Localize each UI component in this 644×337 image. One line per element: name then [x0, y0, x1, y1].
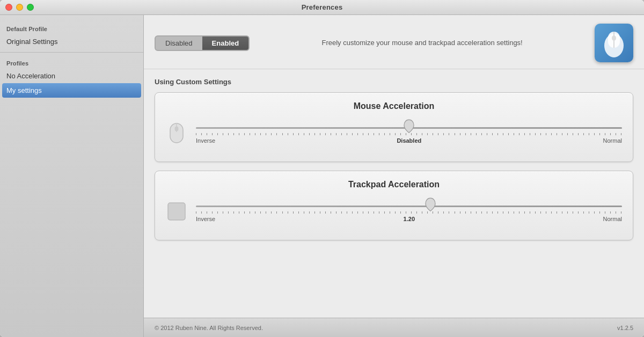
trackpad-tick-marks: [196, 211, 622, 214]
window-title: Preferences: [302, 3, 343, 11]
close-button[interactable]: [5, 4, 12, 11]
trackpad-slider-row: Inverse 1.20 Normal: [166, 198, 622, 225]
mouse-device-icon: [166, 120, 187, 146]
svg-point-6: [175, 127, 179, 131]
preferences-window: Preferences Default Profile Original Set…: [0, 0, 644, 337]
mouse-slider-container[interactable]: // ticks rendered below: [196, 122, 622, 144]
mouse-icon-container: [595, 24, 633, 62]
mouse-slider-line: // ticks rendered below: [196, 127, 622, 129]
trackpad-slider-track[interactable]: [196, 201, 622, 211]
traffic-lights: [5, 4, 34, 11]
mouse-acceleration-panel: Mouse Acceleration: [155, 92, 633, 162]
content-area: Disabled Enabled Freely customize your m…: [144, 15, 644, 337]
settings-area: Using Custom Settings Mouse Acceleration: [144, 69, 644, 318]
sidebar-section-profiles: Profiles: [0, 56, 143, 69]
sidebar-item-my-settings[interactable]: My settings: [2, 83, 141, 98]
trackpad-label-inverse: Inverse: [196, 216, 215, 222]
trackpad-slider-container[interactable]: Inverse 1.20 Normal: [196, 201, 622, 222]
title-bar: Preferences: [0, 0, 644, 15]
description-text: Freely customize your mouse and trackpad…: [260, 38, 584, 48]
enabled-button[interactable]: Enabled: [202, 36, 249, 50]
sidebar-divider-1: [0, 52, 143, 53]
mouse-label-normal: Normal: [603, 137, 622, 144]
footer: © 2012 Ruben Nine. All Rights Reserved. …: [144, 318, 644, 337]
svg-rect-7: [168, 203, 185, 220]
copyright-text: © 2012 Ruben Nine. All Rights Reserved.: [155, 325, 263, 331]
version-text: v1.2.5: [617, 325, 633, 331]
trackpad-slider-labels: Inverse 1.20 Normal: [196, 216, 622, 222]
trackpad-device-icon: [166, 198, 187, 225]
mouse-label-disabled: Disabled: [397, 137, 421, 144]
maximize-button[interactable]: [27, 4, 34, 11]
trackpad-label-normal: Normal: [603, 216, 622, 222]
main-content: Default Profile Original Settings Profil…: [0, 15, 644, 337]
trackpad-slider-line: [196, 206, 622, 207]
minimize-button[interactable]: [16, 4, 23, 11]
svg-point-3: [612, 35, 616, 41]
trackpad-label-value: 1.20: [404, 216, 415, 222]
trackpad-acceleration-title: Trackpad Acceleration: [166, 180, 622, 189]
mouse-label-inverse: Inverse: [196, 137, 215, 144]
mouse-slider-labels: Inverse Disabled Normal: [196, 137, 622, 144]
mouse-tick-marks: [196, 133, 622, 135]
sidebar-item-original-settings[interactable]: Original Settings: [0, 34, 143, 49]
trackpad-acceleration-panel: Trackpad Acceleration: [155, 171, 633, 240]
mouse-slider-track[interactable]: // ticks rendered below: [196, 122, 622, 133]
mouse-slider-thumb[interactable]: [403, 119, 415, 134]
sidebar-spacer: [0, 98, 143, 337]
disabled-button[interactable]: Disabled: [156, 36, 202, 50]
mouse-app-icon: [601, 27, 627, 58]
enable-disable-toggle[interactable]: Disabled Enabled: [155, 35, 250, 51]
sidebar-item-no-acceleration[interactable]: No Acceleration: [0, 69, 143, 83]
trackpad-svg: [167, 202, 186, 221]
mouse-svg: [169, 121, 185, 145]
top-controls: Disabled Enabled Freely customize your m…: [144, 15, 644, 69]
mouse-slider-row: // ticks rendered below: [166, 120, 622, 146]
sidebar: Default Profile Original Settings Profil…: [0, 15, 144, 337]
trackpad-slider-thumb[interactable]: [425, 197, 436, 212]
mouse-acceleration-title: Mouse Acceleration: [166, 101, 622, 111]
sidebar-section-default: Default Profile: [0, 21, 143, 34]
using-custom-label: Using Custom Settings: [155, 78, 633, 86]
